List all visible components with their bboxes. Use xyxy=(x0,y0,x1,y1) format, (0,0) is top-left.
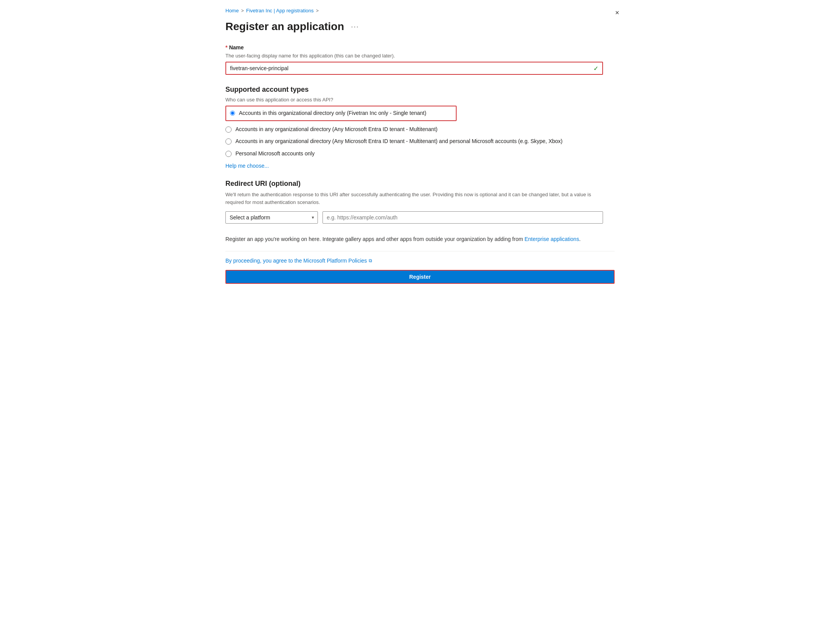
ellipsis-menu-button[interactable]: ··· xyxy=(349,21,361,32)
name-check-icon: ✓ xyxy=(593,65,598,72)
info-text-after: . xyxy=(579,236,581,242)
name-input-wrapper: ✓ xyxy=(225,62,603,75)
register-button[interactable]: Register xyxy=(225,270,615,284)
account-types-section: Supported account types Who can use this… xyxy=(225,86,615,169)
platform-select-wrapper: Select a platform Web SPA Public client/… xyxy=(225,211,318,224)
info-text-before: Register an app you're working on here. … xyxy=(225,236,524,242)
radio-item-multitenant[interactable]: Accounts in any organizational directory… xyxy=(225,126,615,133)
radio-personal-only[interactable] xyxy=(225,151,232,157)
radio-single-tenant[interactable] xyxy=(230,111,235,116)
name-input[interactable] xyxy=(226,62,602,74)
radio-label-single-tenant: Accounts in this organizational director… xyxy=(239,110,426,117)
redirect-uri-row: Select a platform Web SPA Public client/… xyxy=(225,211,603,224)
radio-multitenant-personal[interactable] xyxy=(225,138,232,145)
radio-item-single-tenant[interactable]: Accounts in this organizational director… xyxy=(225,106,457,121)
info-text: Register an app you're working on here. … xyxy=(225,235,603,243)
breadcrumb-separator-2: > xyxy=(316,8,319,13)
close-button[interactable]: × xyxy=(612,8,622,18)
external-link-icon: ⧉ xyxy=(369,258,372,263)
redirect-uri-title: Redirect URI (optional) xyxy=(225,180,615,188)
radio-item-multitenant-personal[interactable]: Accounts in any organizational directory… xyxy=(225,138,615,145)
breadcrumb-home[interactable]: Home xyxy=(225,8,239,13)
help-me-choose-link[interactable]: Help me choose... xyxy=(225,163,269,169)
name-label-text: Name xyxy=(229,44,244,51)
radio-label-personal-only: Personal Microsoft accounts only xyxy=(235,150,314,158)
name-label: * Name xyxy=(225,44,615,51)
required-star: * xyxy=(225,44,227,51)
redirect-uri-description: We'll return the authentication response… xyxy=(225,191,603,206)
policy-line: By proceeding, you agree to the Microsof… xyxy=(225,258,615,264)
platform-select[interactable]: Select a platform Web SPA Public client/… xyxy=(225,211,318,224)
radio-multitenant[interactable] xyxy=(225,126,232,133)
name-section: * Name The user-facing display name for … xyxy=(225,44,615,75)
account-type-radio-group: Accounts in this organizational director… xyxy=(225,106,615,157)
page-title: Register an application xyxy=(225,20,344,33)
radio-label-multitenant-personal: Accounts in any organizational directory… xyxy=(235,138,563,145)
policy-link-text: By proceeding, you agree to the Microsof… xyxy=(225,258,367,264)
name-description: The user-facing display name for this ap… xyxy=(225,53,615,59)
account-types-title: Supported account types xyxy=(225,86,615,94)
breadcrumb: Home > Fivetran Inc | App registrations … xyxy=(225,8,615,13)
radio-item-personal-only[interactable]: Personal Microsoft accounts only xyxy=(225,150,615,158)
footer-divider xyxy=(225,251,615,251)
radio-label-multitenant: Accounts in any organizational directory… xyxy=(235,126,437,133)
footer-section: By proceeding, you agree to the Microsof… xyxy=(225,258,615,284)
account-types-description: Who can use this application or access t… xyxy=(225,97,615,103)
redirect-uri-section: Redirect URI (optional) We'll return the… xyxy=(225,180,615,224)
breadcrumb-app-registrations[interactable]: Fivetran Inc | App registrations xyxy=(246,8,314,13)
enterprise-applications-link[interactable]: Enterprise applications xyxy=(524,236,579,242)
page-header: Register an application ··· xyxy=(225,20,615,33)
breadcrumb-separator-1: > xyxy=(241,8,244,13)
policy-link[interactable]: By proceeding, you agree to the Microsof… xyxy=(225,258,372,264)
redirect-uri-input[interactable] xyxy=(323,211,603,224)
